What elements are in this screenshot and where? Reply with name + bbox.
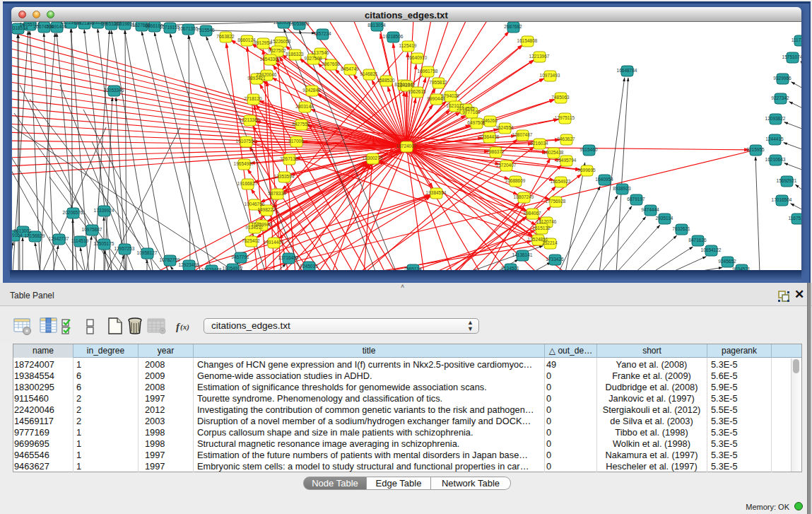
- svg-text:7515546: 7515546: [196, 28, 215, 33]
- svg-text:16961758: 16961758: [418, 69, 438, 74]
- svg-text:16107550: 16107550: [236, 139, 257, 144]
- svg-text:10046766: 10046766: [245, 201, 265, 206]
- svg-text:17756928: 17756928: [546, 199, 566, 204]
- svg-text:2687682: 2687682: [504, 24, 522, 29]
- svg-text:7625402: 7625402: [242, 238, 260, 243]
- svg-text:7986372: 7986372: [486, 149, 505, 154]
- svg-text:16543362: 16543362: [260, 57, 281, 62]
- svg-text:12975115: 12975115: [555, 115, 575, 120]
- svg-text:9463627: 9463627: [557, 136, 575, 141]
- svg-text:7857234: 7857234: [313, 31, 331, 36]
- svg-text:10958127: 10958127: [137, 250, 158, 255]
- svg-text:(x): (x): [180, 322, 189, 332]
- svg-text:19654987: 19654987: [234, 161, 254, 166]
- svg-text:12213967: 12213967: [529, 54, 550, 59]
- svg-text:10719155: 10719155: [160, 25, 180, 30]
- svg-text:17339924: 17339924: [94, 208, 114, 213]
- svg-text:3984067: 3984067: [523, 211, 541, 216]
- svg-text:12213369: 12213369: [240, 117, 260, 122]
- svg-text:20691406: 20691406: [47, 24, 67, 29]
- svg-text:9794028: 9794028: [441, 93, 459, 98]
- svg-text:1615132: 1615132: [532, 226, 551, 230]
- svg-text:8134501: 8134501: [501, 266, 519, 270]
- svg-text:14136141: 14136141: [512, 252, 533, 257]
- svg-text:16210643: 16210643: [765, 157, 786, 162]
- svg-text:1588520: 1588520: [377, 78, 395, 83]
- svg-text:18054932: 18054932: [223, 266, 243, 270]
- svg-text:8454749: 8454749: [341, 66, 359, 71]
- svg-text:6216034: 6216034: [530, 141, 548, 146]
- svg-text:9034521: 9034521: [732, 267, 751, 270]
- svg-text:19166827: 19166827: [237, 181, 258, 186]
- svg-text:9245652: 9245652: [718, 259, 736, 264]
- svg-text:9245013: 9245013: [300, 264, 318, 269]
- svg-text:12942737: 12942737: [49, 236, 69, 241]
- svg-text:15751074: 15751074: [782, 54, 801, 59]
- svg-text:9457791: 9457791: [231, 255, 249, 259]
- svg-text:7565124: 7565124: [404, 267, 422, 270]
- svg-text:9699695: 9699695: [577, 168, 596, 173]
- svg-text:9329966: 9329966: [773, 76, 792, 81]
- svg-text:8660124: 8660124: [237, 37, 256, 42]
- svg-text:15495794: 15495794: [556, 158, 577, 163]
- svg-text:8215955: 8215955: [746, 147, 765, 152]
- svg-text:13716485: 13716485: [278, 255, 299, 260]
- svg-text:10688609: 10688609: [505, 178, 526, 183]
- svg-text:18807249: 18807249: [514, 194, 534, 199]
- svg-text:6879197: 6879197: [627, 197, 645, 201]
- svg-text:9115460: 9115460: [580, 147, 598, 152]
- svg-text:14914409: 14914409: [264, 240, 284, 245]
- svg-text:10671355: 10671355: [178, 26, 199, 31]
- svg-text:12505175: 12505175: [94, 241, 114, 246]
- svg-text:3624554: 3624554: [495, 125, 514, 130]
- svg-text:16053809: 16053809: [289, 22, 310, 26]
- svg-text:9146821: 9146821: [360, 71, 378, 76]
- svg-text:2803144: 2803144: [295, 104, 314, 109]
- svg-text:1362615: 1362615: [408, 89, 426, 94]
- svg-text:8813054: 8813054: [367, 23, 386, 28]
- svg-text:20053346: 20053346: [104, 88, 124, 93]
- svg-text:817006: 817006: [288, 139, 304, 144]
- svg-text:10973493: 10973493: [540, 73, 560, 78]
- svg-text:9227342: 9227342: [771, 95, 789, 100]
- svg-text:9777169: 9777169: [462, 110, 481, 115]
- svg-text:2935114: 2935114: [656, 216, 673, 221]
- svg-text:8613001: 8613001: [13, 228, 32, 233]
- svg-text:10423448: 10423448: [201, 267, 222, 270]
- svg-text:1640954: 1640954: [595, 177, 613, 182]
- svg-text:10654122: 10654122: [701, 247, 722, 252]
- svg-text:1137546: 1137546: [312, 50, 329, 55]
- svg-text:2967608: 2967608: [322, 62, 340, 66]
- svg-text:16640910: 16640910: [407, 55, 428, 60]
- svg-text:9242848: 9242848: [302, 88, 321, 93]
- svg-text:12093822: 12093822: [765, 116, 786, 121]
- svg-text:1167534: 1167534: [789, 216, 801, 221]
- svg-text:8939154: 8939154: [12, 233, 23, 238]
- svg-text:5878334: 5878334: [268, 191, 286, 196]
- svg-text:252214: 252214: [542, 240, 558, 245]
- svg-text:3267130: 3267130: [280, 156, 298, 161]
- svg-text:9474444: 9474444: [641, 207, 659, 212]
- svg-text:20206576: 20206576: [63, 210, 83, 215]
- svg-text:1125419: 1125419: [399, 43, 417, 48]
- svg-text:1244415: 1244415: [765, 136, 784, 141]
- svg-text:19384554: 19384554: [426, 190, 447, 195]
- svg-text:1733426: 1733426: [546, 257, 564, 262]
- svg-text:7485063: 7485063: [551, 95, 570, 100]
- svg-text:18300275: 18300275: [363, 156, 383, 160]
- svg-text:10975887: 10975887: [82, 227, 102, 232]
- svg-text:7632621: 7632621: [672, 226, 690, 231]
- svg-text:19218506: 19218506: [383, 34, 404, 39]
- svg-text:7955812: 7955812: [429, 80, 447, 85]
- svg-text:1114519: 1114519: [71, 238, 89, 243]
- svg-text:12923468: 12923468: [179, 262, 199, 267]
- svg-text:18654923: 18654923: [551, 179, 571, 184]
- svg-text:10025438: 10025438: [543, 150, 564, 155]
- svg-text:18724007: 18724007: [396, 144, 417, 148]
- svg-text:12156829: 12156829: [25, 233, 45, 238]
- svg-text:1117304: 1117304: [792, 37, 801, 42]
- svg-text:15692921: 15692921: [777, 178, 797, 183]
- svg-text:8427552: 8427552: [292, 122, 310, 127]
- svg-text:17957253: 17957253: [114, 246, 135, 251]
- svg-text:8471626: 8471626: [688, 238, 707, 243]
